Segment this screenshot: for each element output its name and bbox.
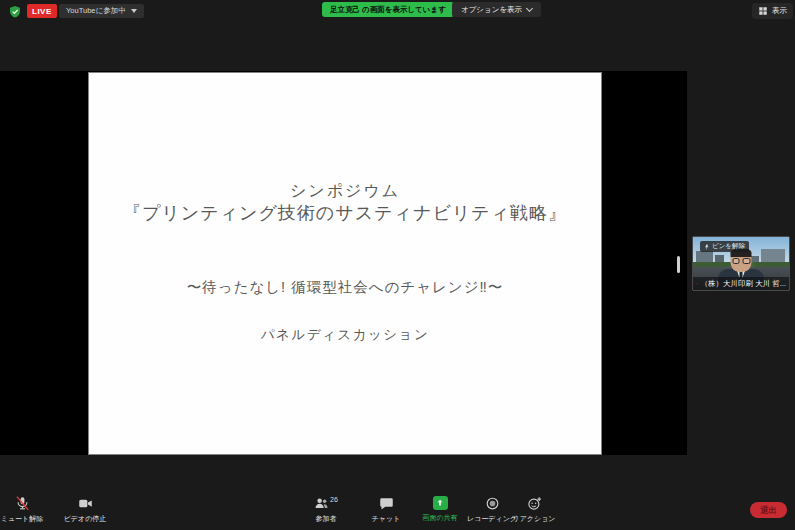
participants-label: 参加者 (316, 514, 337, 524)
slide-title-line2: 『プリンティング技術のサスティナビリティ戦略』 (89, 201, 601, 225)
video-panel-handle[interactable] (677, 256, 680, 273)
stop-video-button[interactable]: ビデオの停止 (59, 496, 111, 524)
leave-button[interactable]: 退出 (750, 502, 787, 518)
slide-title-line1: シンポジウム (89, 181, 601, 202)
view-options-button[interactable]: オプションを表示 (452, 2, 541, 17)
pin-icon (704, 244, 710, 250)
reactions-label: リアクション (513, 514, 556, 524)
mic-muted-icon (15, 496, 30, 511)
record-icon (485, 496, 500, 511)
participants-icon (314, 496, 329, 511)
view-grid-icon (758, 6, 768, 16)
meeting-toolbar: ミュート解除 ビデオの停止 26 参加者 (0, 492, 795, 530)
live-badge: LIVE (27, 4, 57, 18)
participant-glasses (732, 258, 750, 264)
unpin-label: ピンを解除 (712, 242, 745, 251)
participant-name: （株）大川印刷 大川 哲... (701, 279, 786, 289)
share-screen-icon (433, 496, 448, 510)
mic-muted-icon (696, 280, 698, 287)
unmute-button[interactable]: ミュート解除 (0, 496, 44, 524)
top-bar: LIVE YouTubeに参加中 足立克己 の画面を表示しています オプションを… (0, 0, 795, 24)
slide-subtitle: 〜待ったなし! 循環型社会へのチャレンジ‼〜 (89, 278, 601, 297)
chevron-down-icon (131, 9, 137, 13)
participant-face (731, 249, 752, 272)
presentation-slide: シンポジウム 『プリンティング技術のサスティナビリティ戦略』 〜待ったなし! 循… (89, 73, 601, 454)
share-screen-label: 画面の共有 (422, 513, 457, 523)
share-screen-button[interactable]: 画面の共有 (410, 496, 470, 523)
youtube-status-dropdown[interactable]: YouTubeに参加中 (59, 4, 144, 18)
stop-video-label: ビデオの停止 (64, 514, 107, 524)
chat-button[interactable]: チャット (364, 496, 408, 524)
slide-session-type: パネルディスカッション (89, 326, 601, 344)
participants-button[interactable]: 26 参加者 (303, 496, 349, 524)
video-camera-icon (78, 496, 93, 511)
participant-video-thumbnail[interactable]: ピンを解除 （株）大川印刷 大川 哲... (692, 236, 790, 291)
reactions-button[interactable]: リアクション (506, 496, 562, 524)
view-button[interactable]: 表示 (752, 3, 793, 19)
reactions-icon (527, 496, 542, 511)
youtube-status-label: YouTubeに参加中 (66, 6, 126, 16)
unpin-button[interactable]: ピンを解除 (700, 241, 749, 252)
chat-icon (379, 496, 394, 511)
chat-label: チャット (372, 514, 401, 524)
participant-name-bar: （株）大川印刷 大川 哲... (693, 277, 789, 290)
security-shield-icon[interactable] (8, 5, 22, 19)
participants-count: 26 (330, 496, 338, 503)
chevron-down-icon (526, 4, 533, 11)
screen-share-banner: 足立克己 の画面を表示しています (322, 2, 454, 17)
view-options-label: オプションを表示 (461, 5, 522, 15)
zoom-meeting-window: LIVE YouTubeに参加中 足立克己 の画面を表示しています オプションを… (0, 0, 795, 530)
unmute-label: ミュート解除 (1, 514, 44, 524)
shared-screen-stage: シンポジウム 『プリンティング技術のサスティナビリティ戦略』 〜待ったなし! 循… (0, 71, 687, 455)
view-button-label: 表示 (772, 6, 787, 16)
